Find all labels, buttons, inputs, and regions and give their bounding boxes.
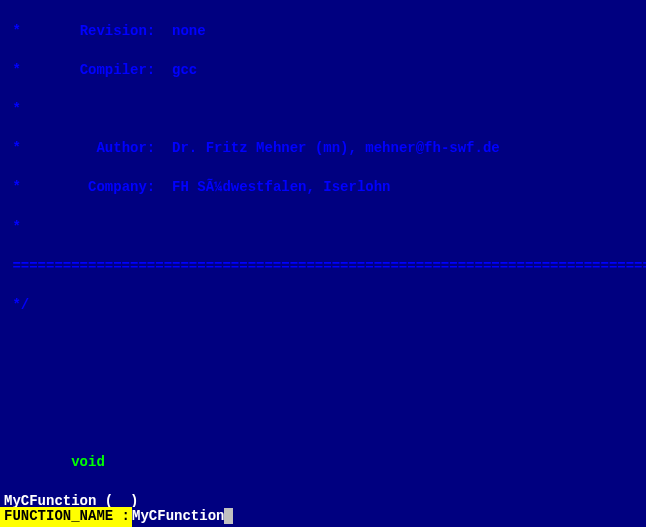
comment-separator: ========================================…	[4, 257, 646, 277]
blank-line	[4, 335, 646, 355]
comment-line: * Company: FH SÃ¼dwestfalen, Iserlohn	[4, 178, 646, 198]
comment-line: *	[4, 218, 646, 238]
comment-line: * Compiler: gcc	[4, 61, 646, 81]
prompt-label: FUNCTION_NAME :	[0, 507, 132, 527]
blank-line	[4, 413, 646, 433]
keyword-void: void	[71, 454, 105, 470]
code-line: void	[4, 453, 646, 473]
comment-line: * Revision: none	[4, 22, 646, 42]
comment-end: */	[4, 296, 646, 316]
blank-line	[4, 374, 646, 394]
cursor	[224, 508, 233, 524]
prompt-input[interactable]: MyCFunction	[132, 507, 233, 527]
command-line[interactable]: FUNCTION_NAME : MyCFunction	[0, 507, 646, 527]
code-editor[interactable]: * Revision: none * Compiler: gcc * * Aut…	[0, 0, 646, 527]
comment-line: *	[4, 100, 646, 120]
comment-line: * Author: Dr. Fritz Mehner (mn), mehner@…	[4, 139, 646, 159]
